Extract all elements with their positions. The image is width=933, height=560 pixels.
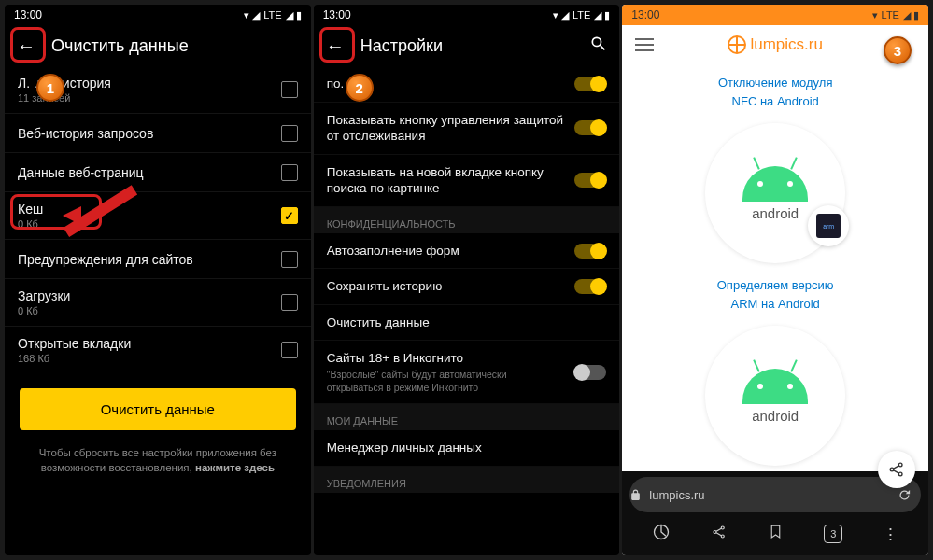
checkbox[interactable] [281,164,298,181]
screen-clear-data: 13:00 ▾ ◢ LTE ◢ ▮ Очистить данные Л. .на… [5,5,311,555]
item-webpage-data[interactable]: Данные веб-страниц [5,153,311,192]
annotation-badge-3: 3 [884,36,912,64]
page-title: Очистить данные [51,36,189,56]
address-bar[interactable]: lumpics.ru [629,477,921,512]
item-cache[interactable]: Кеш0 Кб [5,192,311,240]
toggle[interactable] [574,279,606,294]
share-button[interactable] [878,451,915,488]
toggle[interactable] [574,244,606,259]
svg-line-10 [716,532,721,535]
settings-list: по. Показывать кнопку управления защитой… [314,66,620,555]
statusbar: 13:00 ▾ ◢ LTE ◢ ▮ [5,5,311,25]
header: Настройки [314,25,620,66]
svg-point-7 [721,526,724,529]
reset-hint[interactable]: Чтобы сбросить все настройки приложения … [5,445,311,475]
svg-line-4 [894,470,899,473]
page-content[interactable]: Отключение модуляNFC на Android android … [622,64,928,471]
bookmark-icon[interactable] [768,524,784,544]
item-web-history[interactable]: Веб-история запросов [5,114,311,153]
item-tracking-button[interactable]: Показывать кнопку управления защитой от … [314,103,620,155]
section-mydata: МОИ ДАННЫЕ [314,404,620,430]
logo-icon [728,35,746,54]
page-title: Настройки [360,36,443,56]
toggle[interactable] [574,173,606,188]
item-adult-incognito[interactable]: Сайты 18+ в Инкогнито"Взрослые" сайты бу… [314,341,620,404]
screen-settings: 13:00 ▾ ◢ LTE ◢ ▮ Настройки по. Показыва… [314,5,620,555]
status-icons: ▾ LTE ◢ ▮ [872,9,919,21]
item-save-history[interactable]: Сохранять историю [314,269,620,305]
status-time: 13:00 [14,8,42,21]
checkbox-checked[interactable] [281,207,298,224]
chip-icon: arm [808,205,849,246]
item-clear-data-link[interactable]: Очистить данные [314,305,620,342]
checkbox[interactable] [281,81,298,98]
reload-icon[interactable] [898,488,912,502]
status-icons: ▾ ◢ LTE ◢ ▮ [244,9,301,21]
menu-icon[interactable] [635,38,654,51]
item-image-search[interactable]: Показывать на новой вкладке кнопку поиск… [314,155,620,207]
article-card[interactable]: android arm [705,123,845,263]
svg-point-2 [898,472,902,476]
checkbox[interactable] [281,125,298,142]
clear-data-list: Л. .ная история11 записей Веб-история за… [5,66,311,555]
article-link-arm[interactable]: Определяем версиюARM на Android [717,276,834,313]
search-icon[interactable] [589,35,608,58]
site-header: lumpics.ru [622,25,928,64]
toggle[interactable] [574,120,606,135]
android-icon [742,369,808,404]
svg-point-1 [898,463,902,467]
svg-line-9 [716,528,721,531]
home-icon[interactable] [652,523,671,546]
site-logo[interactable]: lumpics.ru [728,35,822,54]
statusbar: 13:00 ▾ ◢ LTE ◢ ▮ [314,5,620,25]
status-time: 13:00 [631,8,659,21]
item-personal-data[interactable]: Менеджер личных данных [314,430,620,467]
tabs-button[interactable]: 3 [824,525,842,543]
bottom-nav: 3 ⋮ [622,512,928,555]
browser-chrome: lumpics.ru 3 ⋮ [622,471,928,555]
annotation-badge-2: 2 [346,74,374,102]
more-icon[interactable]: ⋮ [883,525,898,544]
checkbox[interactable] [281,342,298,358]
lock-icon [629,489,642,501]
svg-point-6 [714,530,716,533]
toggle[interactable] [574,77,606,91]
item-downloads[interactable]: Загрузки0 Кб [5,279,311,327]
checkbox[interactable] [281,251,298,268]
address-host: lumpics.ru [649,488,704,502]
svg-line-3 [894,466,899,469]
article-link-nfc[interactable]: Отключение модуляNFC на Android [718,74,833,110]
section-notifications: УВЕДОМЛЕНИЯ [314,467,620,493]
android-icon [742,166,808,202]
statusbar: 13:00 ▾ LTE ◢ ▮ [622,5,928,25]
checkbox[interactable] [281,294,298,311]
article-card-2[interactable]: android [705,326,845,466]
back-button[interactable] [16,35,36,56]
screen-browser: 13:00 ▾ LTE ◢ ▮ lumpics.ru Отключение мо… [622,5,928,555]
share-nav-icon[interactable] [711,524,728,545]
item-site-warnings[interactable]: Предупреждения для сайтов [5,240,311,279]
status-icons: ▾ ◢ LTE ◢ ▮ [553,9,610,21]
annotation-badge-1: 1 [36,74,64,102]
back-button[interactable] [325,35,346,56]
svg-point-0 [890,468,894,471]
clear-data-button[interactable]: Очистить данные [20,388,296,430]
status-time: 13:00 [323,8,351,21]
header: Очистить данные [5,25,311,66]
svg-point-8 [721,535,724,538]
item-autofill[interactable]: Автозаполнение форм [314,233,620,270]
toggle-off[interactable] [574,365,606,380]
item-open-tabs[interactable]: Открытые вкладки168 Кб [5,327,311,373]
section-privacy: КОНФИДЕНЦИАЛЬНОСТЬ [314,207,620,233]
